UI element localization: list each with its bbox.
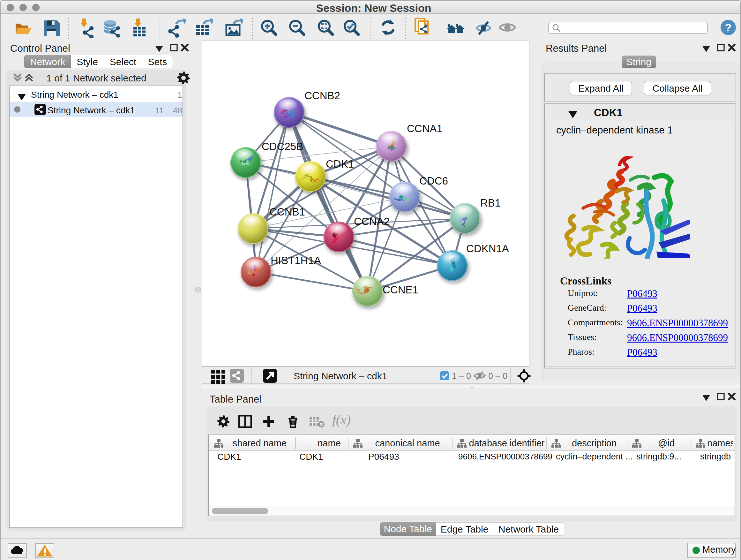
svg-text:CDC6: CDC6 [419, 175, 448, 187]
svg-text:HIST1H1A: HIST1H1A [271, 254, 321, 266]
svg-text:CCNA2: CCNA2 [354, 215, 390, 227]
svg-text:CCNB2: CCNB2 [305, 90, 340, 102]
svg-text:RB1: RB1 [480, 197, 501, 209]
svg-text:CDK1: CDK1 [326, 158, 354, 170]
svg-text:CDKN1A: CDKN1A [466, 243, 509, 254]
svg-text:CCNA1: CCNA1 [407, 123, 443, 134]
svg-text:CCNB1: CCNB1 [269, 206, 305, 218]
svg-text:?: ? [725, 21, 732, 34]
svg-text:CDC25B: CDC25B [262, 140, 303, 152]
svg-text:CCNE1: CCNE1 [383, 284, 418, 296]
